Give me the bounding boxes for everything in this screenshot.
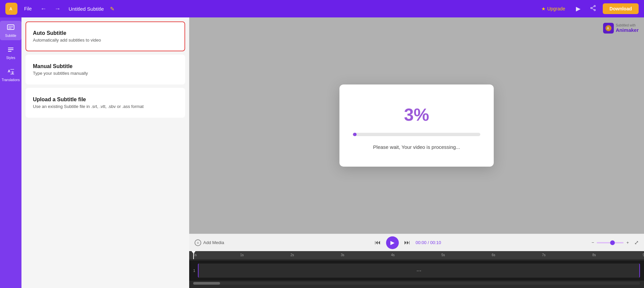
sidebar-item-styles[interactable]: Styles [0,43,21,62]
track-number: 1 [193,269,195,273]
redo-button[interactable]: → [53,4,63,14]
canvas-preview: A Subtitled with Animaker 3% Please [189,17,644,234]
edit-title-icon[interactable]: ✎ [110,6,114,12]
upload-subtitle-desc: Use an existing Subtitle file in .srt, .… [33,104,178,109]
zoom-plus-button[interactable]: + [626,240,629,245]
sidebar-item-subtitle[interactable]: Subtitle [0,21,21,40]
auto-subtitle-desc: Automatically add subtitles to video [33,38,178,43]
zoom-controls: − + ⤢ [592,239,639,246]
skip-forward-button[interactable]: ⏭ [404,239,410,246]
timeline-ruler: 0s 1s 2s 3s 4s 5s 6s 7s 8s 9s 10 [189,251,644,259]
subtitle-icon [7,23,15,33]
auto-subtitle-title: Auto Subtitle [33,30,178,36]
svg-text:A: A [9,7,12,11]
timeline-scrollbar-thumb [193,282,220,285]
processing-modal: 3% Please wait, Your video is processing… [339,84,494,167]
zoom-minus-button[interactable]: − [592,240,594,245]
processing-modal-overlay: 3% Please wait, Your video is processing… [189,17,644,234]
timeline-area: 0s 1s 2s 3s 4s 5s 6s 7s 8s 9s 10 1 ··· [189,251,644,288]
styles-icon [7,46,15,55]
ruler-mark-8: 8s [592,253,596,257]
add-media-button[interactable]: + Add Media [195,239,224,246]
svg-point-4 [591,7,592,9]
playback-controls: + Add Media ⏮ ▶ ⏭ 00:00 / 00:10 − + ⤢ [189,234,644,251]
ruler-mark-4: 4s [391,253,395,257]
manual-subtitle-title: Manual Subtitle [33,63,178,69]
progress-bar-background [353,133,480,136]
svg-point-2 [594,5,595,7]
skip-back-button[interactable]: ⏮ [375,239,381,246]
topbar: A File ← → Untitled Subtitle ✎ ★ Upgrade… [0,0,644,17]
manual-subtitle-desc: Type your subtitles manually [33,71,178,76]
file-menu[interactable]: File [21,5,35,13]
timeline-scrollbar[interactable] [193,282,640,285]
fullscreen-button[interactable]: ⤢ [634,239,639,246]
sidebar-subtitle-label: Subtitle [5,34,16,38]
share-icon[interactable] [590,5,596,13]
progress-percent: 3% [404,105,429,125]
total-time: 00:10 [430,240,441,245]
ruler-mark-7: 7s [542,253,546,257]
ruler-mark-6: 6s [492,253,495,257]
svg-rect-7 [7,25,14,30]
svg-line-6 [592,8,594,10]
star-icon: ★ [541,6,546,11]
download-button[interactable]: Download [603,3,639,14]
ruler-mark-1: 1s [240,253,244,257]
processing-status-text: Please wait, Your video is processing... [373,144,460,150]
auto-subtitle-card[interactable]: Auto Subtitle Automatically add subtitle… [25,21,185,51]
manual-subtitle-card[interactable]: Manual Subtitle Type your subtitles manu… [25,55,185,84]
timeline-track: 1 ··· [189,261,644,281]
sidebar-styles-label: Styles [6,56,15,60]
main-layout: Subtitle Styles A 文 Translati [0,17,644,288]
play-button[interactable]: ▶ [386,236,399,249]
time-display: 00:00 / 00:10 [416,240,441,245]
track-clip[interactable]: ··· [198,264,640,278]
zoom-slider[interactable] [597,242,624,243]
upload-subtitle-card[interactable]: Upload a Subtitle file Use an existing S… [25,88,185,118]
zoom-slider-thumb [610,240,615,245]
svg-text:A: A [8,69,10,73]
current-time: 00:00 [416,240,427,245]
track-clip-options-icon[interactable]: ··· [417,267,422,274]
add-media-label: Add Media [203,240,224,245]
translations-icon: A 文 [7,68,15,77]
left-panel: Auto Subtitle Automatically add subtitle… [21,17,189,288]
icon-sidebar: Subtitle Styles A 文 Translati [0,17,21,288]
right-area: A Subtitled with Animaker 3% Please [189,17,644,288]
sidebar-translations-label: Translations [2,78,20,82]
ruler-mark-5: 5s [441,253,445,257]
document-title: Untitled Subtitle [69,6,104,12]
upload-subtitle-title: Upload a Subtitle file [33,97,178,103]
ruler-mark-2: 2s [290,253,294,257]
preview-play-icon[interactable]: ▶ [576,5,581,12]
upgrade-button[interactable]: ★ Upgrade [541,6,565,11]
playhead-triangle [192,251,196,254]
ruler-mark-3: 3s [341,253,344,257]
svg-line-5 [592,6,594,8]
ruler-mark-9: 9s [643,253,644,257]
undo-button[interactable]: ← [39,4,49,14]
playhead [193,251,194,259]
app-logo: A [5,3,17,15]
progress-bar-fill [353,133,357,136]
timeline-controls: ⏮ ▶ ⏭ 00:00 / 00:10 [228,236,588,249]
add-media-plus-icon: + [195,239,201,246]
svg-point-3 [594,9,595,11]
sidebar-item-translations[interactable]: A 文 Translations [0,65,21,84]
